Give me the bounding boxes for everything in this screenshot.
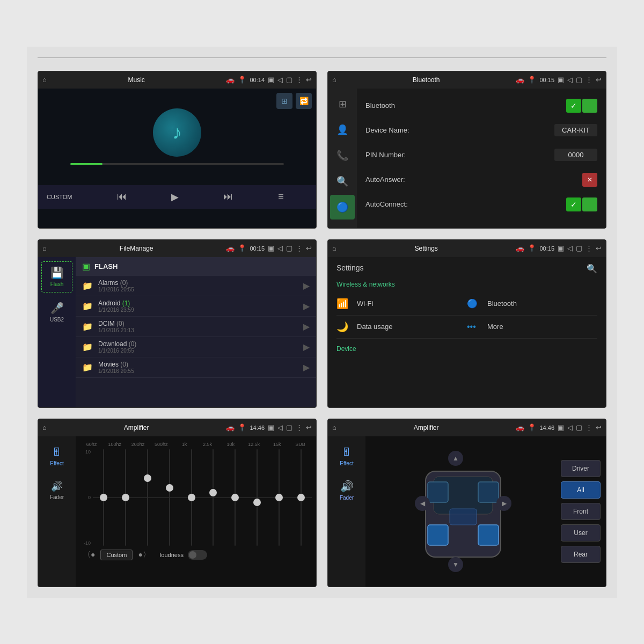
music-progress-bar[interactable]	[70, 163, 284, 165]
eq-scale: 10 0 -10	[80, 449, 93, 546]
loudness-toggle[interactable]	[188, 550, 207, 560]
shuffle-icon-btn[interactable]: 🔁	[296, 93, 312, 109]
home-icon[interactable]: ⌂	[42, 76, 47, 84]
fm-alarms-action[interactable]: ▶	[303, 281, 310, 291]
fm-dcim-action[interactable]: ▶	[303, 321, 310, 332]
eq-label-10k: 10k	[219, 442, 242, 447]
back-icon[interactable]: ↩	[596, 423, 602, 431]
music-progress-fill	[70, 163, 103, 165]
music-preset-label: CUSTOM	[47, 194, 96, 200]
eq-scale-neg10: -10	[80, 540, 91, 546]
bt-sidebar-contacts[interactable]: 👤	[330, 118, 355, 142]
back-icon[interactable]: ↩	[306, 423, 312, 431]
bt-sidebar-search[interactable]: 🔍	[330, 169, 355, 194]
car-icon: 🚗	[226, 244, 235, 252]
fader-content: ▲ ▼ ◀ ▶ Driver All Front User Rear	[365, 436, 606, 587]
back-icon[interactable]: ↩	[306, 244, 312, 252]
fader-arrow-bottom[interactable]: ▼	[448, 557, 463, 572]
fader-arrow-left[interactable]: ◀	[415, 496, 430, 511]
eq-bar-1k[interactable]	[187, 449, 196, 546]
back-icon[interactable]: ↩	[596, 244, 602, 252]
more-icon[interactable]: ⋮	[296, 244, 303, 252]
settings-row-wifi[interactable]: 📶 Wi-Fi 🔵 Bluetooth	[336, 292, 597, 316]
more-icon[interactable]: ⋮	[586, 423, 592, 431]
settings-row-datausage[interactable]: 🌙 Data usage ••• More	[336, 316, 597, 339]
screen-icon: ▢	[576, 244, 582, 252]
home-icon[interactable]: ⌂	[332, 423, 336, 431]
settings-search-icon[interactable]: 🔍	[587, 264, 597, 274]
fader-arrow-right[interactable]: ▶	[496, 496, 511, 511]
eq-nav-left[interactable]: 〈●	[80, 549, 98, 561]
equalizer-icon-btn[interactable]: ⊞	[276, 93, 292, 109]
bt-sidebar-bluetooth[interactable]: 🔵	[330, 195, 355, 219]
fader-label: Fader	[50, 494, 64, 500]
amplifier-fader-panel: ⌂ Amplifier 🚗 📍 14:46 ▣ ◁ ▢ ⋮ ↩ 🎚 Effect…	[327, 419, 606, 587]
eq-bar-200hz[interactable]	[143, 449, 152, 546]
eq-bar-15k[interactable]	[274, 449, 284, 546]
fm-sidebar-flash[interactable]: 💾 Flash	[41, 261, 72, 292]
main-container: ⌂ Music 🚗 📍 00:14 ▣ ◁ ▢ ⋮ ↩ ⊞ 🔁 ♪ CUSTOM	[27, 47, 617, 598]
settings-panel: ⌂ Settings 🚗 📍 00:15 ▣ ◁ ▢ ⋮ ↩ Settings …	[327, 239, 606, 408]
eq-preset-button[interactable]: Custom	[100, 550, 133, 560]
fm-alarms-name: Alarms (0)	[98, 279, 303, 287]
more-icon[interactable]: ⋮	[586, 244, 592, 252]
back-icon[interactable]: ↩	[596, 76, 602, 84]
prev-button[interactable]: ⏮	[96, 189, 149, 204]
fm-file-dcim[interactable]: 📁 DCIM (0) 1/1/2016 21:13 ▶	[76, 317, 316, 337]
home-icon[interactable]: ⌂	[332, 76, 336, 84]
home-icon[interactable]: ⌂	[42, 244, 47, 252]
next-button[interactable]: ⏭	[201, 189, 254, 204]
fm-android-action[interactable]: ▶	[303, 301, 310, 311]
fm-movies-action[interactable]: ▶	[303, 362, 310, 372]
eq-bar-12.5k[interactable]	[252, 449, 262, 546]
amp-effect-item[interactable]: 🎚 Effect	[42, 442, 71, 471]
loudness-knob	[189, 551, 196, 559]
device-section-title: Device	[336, 345, 597, 353]
eq-bar-100hz[interactable]	[121, 449, 130, 546]
settings-title: Settings	[340, 245, 513, 252]
toggle-check-icon[interactable]: ✓	[566, 99, 581, 113]
fm-file-alarms[interactable]: 📁 Alarms (0) 1/1/2016 20:55 ▶	[76, 276, 316, 296]
fader-effect-item[interactable]: 🎚 Effect	[332, 442, 361, 471]
bt-sidebar-apps[interactable]: ⊞	[330, 92, 355, 116]
eq-bar-10k[interactable]	[230, 449, 240, 546]
fm-file-movies[interactable]: 📁 Movies (0) 1/1/2016 20:55 ▶	[76, 357, 316, 378]
fader-btn-all[interactable]: All	[561, 481, 601, 499]
fm-sidebar-usb2[interactable]: 🎤 USB2	[41, 297, 72, 328]
fm-file-android[interactable]: 📁 Android (1) 1/1/2016 23:59 ▶	[76, 296, 316, 317]
amp-volume-item[interactable]: 🔊 Fader	[42, 476, 71, 505]
eq-bar-500hz[interactable]	[165, 449, 174, 546]
bt-toggle-autoconnect[interactable]: ✓	[566, 197, 597, 211]
toggle-green-box2	[582, 197, 597, 211]
eq-bar-60hz[interactable]	[99, 449, 108, 546]
fader-btn-user[interactable]: User	[561, 524, 601, 541]
fader-arrow-top[interactable]: ▲	[448, 451, 463, 466]
toggle-red-box[interactable]: ✕	[582, 173, 597, 187]
fader-btn-rear[interactable]: Rear	[561, 546, 601, 563]
bt-sidebar-calls[interactable]: 📞	[330, 143, 355, 168]
playlist-button[interactable]: ≡	[254, 189, 308, 204]
bt-row-autoconnect: AutoConnect: ✓	[365, 195, 597, 214]
bt-toggle-autoanswer[interactable]: ✕	[582, 173, 597, 187]
play-button[interactable]: ▶	[149, 189, 202, 205]
fader-volume-item[interactable]: 🔊 Fader	[332, 476, 361, 505]
more-icon[interactable]: ⋮	[586, 76, 592, 84]
toggle-check-icon2[interactable]: ✓	[566, 197, 581, 211]
eq-bar-2.5k[interactable]	[208, 449, 218, 546]
fader-btn-driver[interactable]: Driver	[561, 460, 601, 477]
back-icon[interactable]: ↩	[306, 76, 312, 84]
fm-movies-date: 1/1/2016 20:55	[98, 368, 303, 374]
home-icon[interactable]: ⌂	[42, 423, 47, 431]
vol-icon: ◁	[567, 423, 573, 431]
fm-file-download[interactable]: 📁 Download (0) 1/1/2016 20:55 ▶	[76, 337, 316, 357]
more-icon[interactable]: ⋮	[296, 76, 303, 84]
home-icon[interactable]: ⌂	[332, 244, 336, 252]
amp-eq-content: 60hz 100hz 200hz 500hz 1k 2.5k 10k 12.5k…	[76, 436, 316, 587]
svg-rect-6	[450, 509, 477, 525]
fader-btn-front[interactable]: Front	[561, 503, 601, 520]
eq-bar-sub[interactable]	[296, 449, 306, 546]
bt-toggle-bluetooth[interactable]: ✓	[566, 99, 597, 113]
eq-nav-right[interactable]: ●〉	[135, 549, 153, 561]
fm-download-action[interactable]: ▶	[303, 342, 310, 352]
more-icon[interactable]: ⋮	[296, 423, 303, 431]
